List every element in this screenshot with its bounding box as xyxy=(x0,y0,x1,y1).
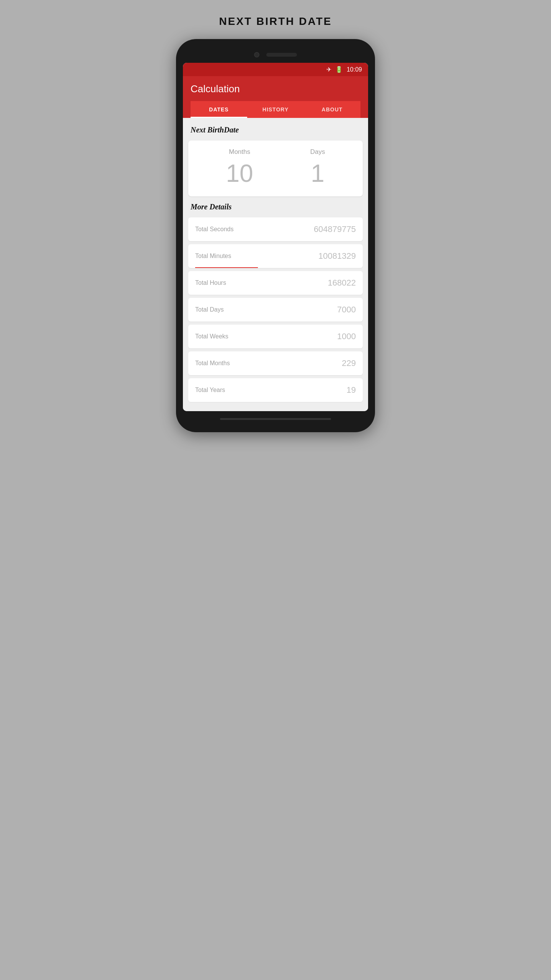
detail-label-hours: Total Hours xyxy=(195,279,226,286)
detail-label-years: Total Years xyxy=(195,387,225,394)
detail-value-seconds: 604879775 xyxy=(314,224,356,234)
days-label: Days xyxy=(310,148,325,156)
detail-row-months: Total Months229 xyxy=(188,351,363,375)
next-birthdate-title: Next BirthDate xyxy=(188,124,363,136)
detail-label-months: Total Months xyxy=(195,360,230,367)
phone-bottom-bar xyxy=(220,418,331,420)
detail-value-hours: 168022 xyxy=(328,278,356,288)
detail-value-minutes: 10081329 xyxy=(318,251,356,261)
detail-row-hours: Total Hours168022 xyxy=(188,271,363,295)
airplane-icon: ✈ xyxy=(326,66,331,73)
date-card: Months 10 Days 1 xyxy=(188,140,363,196)
detail-label-weeks: Total Weeks xyxy=(195,333,228,340)
camera xyxy=(254,52,259,57)
phone-top-bar xyxy=(183,50,368,59)
app-header: Calculation DATES HISTORY ABOUT xyxy=(183,76,368,118)
status-time: 10:09 xyxy=(347,66,362,73)
detail-label-days: Total Days xyxy=(195,306,224,313)
tab-history[interactable]: HISTORY xyxy=(247,101,304,118)
phone-screen: ✈ 🔋 10:09 Calculation DATES HISTORY ABOU… xyxy=(183,63,368,411)
months-label: Months xyxy=(229,148,250,156)
detail-value-months: 229 xyxy=(342,358,356,368)
detail-value-weeks: 1000 xyxy=(337,332,356,341)
detail-row-days: Total Days7000 xyxy=(188,298,363,322)
days-column: Days 1 xyxy=(310,148,325,186)
detail-row-seconds: Total Seconds604879775 xyxy=(188,217,363,241)
detail-value-days: 7000 xyxy=(337,305,356,315)
months-value: 10 xyxy=(226,161,253,186)
page-heading: NEXT BIRTH DATE xyxy=(219,15,332,28)
more-details-title: More Details xyxy=(188,201,363,213)
detail-row-minutes: Total Minutes10081329 xyxy=(188,244,363,268)
tab-about[interactable]: ABOUT xyxy=(304,101,360,118)
detail-label-seconds: Total Seconds xyxy=(195,226,234,233)
tab-dates[interactable]: DATES xyxy=(191,101,247,118)
status-bar: ✈ 🔋 10:09 xyxy=(183,63,368,76)
tabs-bar: DATES HISTORY ABOUT xyxy=(191,101,360,118)
app-title: Calculation xyxy=(191,83,360,95)
months-column: Months 10 xyxy=(226,148,253,186)
days-value: 1 xyxy=(311,161,324,186)
detail-value-years: 19 xyxy=(347,385,356,395)
detail-row-years: Total Years19 xyxy=(188,378,363,402)
speaker xyxy=(266,53,297,57)
phone-frame: ✈ 🔋 10:09 Calculation DATES HISTORY ABOU… xyxy=(176,39,375,432)
details-section: Total Seconds604879775Total Minutes10081… xyxy=(188,217,363,405)
detail-label-minutes: Total Minutes xyxy=(195,253,231,260)
content-area: Next BirthDate Months 10 Days 1 More Det… xyxy=(183,118,368,411)
battery-icon: 🔋 xyxy=(335,66,343,73)
detail-row-weeks: Total Weeks1000 xyxy=(188,325,363,348)
